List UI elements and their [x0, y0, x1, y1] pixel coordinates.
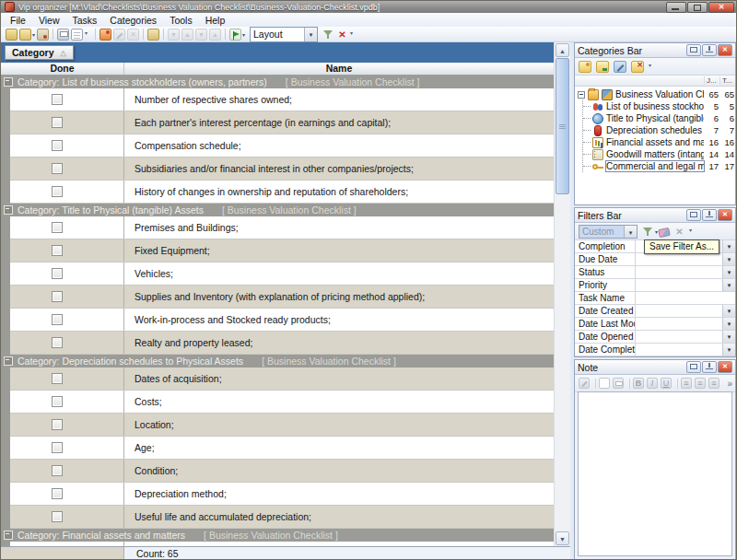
filter-dropdown-button[interactable]	[722, 253, 735, 265]
task-checkbox[interactable]	[52, 465, 63, 476]
scroll-down-button[interactable]	[556, 531, 569, 545]
task-checkbox[interactable]	[52, 396, 63, 407]
collapse-group-icon[interactable]	[4, 205, 13, 215]
task-checkbox[interactable]	[52, 291, 63, 302]
filter-preset-dropdown-icon[interactable]	[624, 226, 637, 238]
expand-groups-button[interactable]	[194, 29, 208, 41]
task-checkbox[interactable]	[52, 186, 63, 197]
category-tree-item[interactable]: Financial assets and matters1616	[575, 136, 735, 148]
menu-tasks[interactable]: Tasks	[66, 15, 104, 26]
category-tree-item[interactable]: Commercial and legal matters1717	[575, 160, 735, 172]
categories-restore-button[interactable]	[686, 44, 701, 56]
menu-help[interactable]: Help	[199, 15, 232, 26]
filter-value-field[interactable]	[636, 318, 722, 330]
note-pin-icon[interactable]	[702, 361, 717, 373]
note-print-icon[interactable]	[613, 378, 624, 389]
underline-icon[interactable]	[661, 378, 672, 389]
filters-pin-icon[interactable]	[702, 209, 717, 221]
filters-restore-button[interactable]	[686, 209, 701, 221]
save-filter-button[interactable]	[322, 29, 335, 41]
filter-dropdown-button[interactable]	[722, 331, 735, 343]
note-new-icon[interactable]	[599, 378, 610, 389]
close-button[interactable]	[708, 2, 734, 13]
task-checkbox[interactable]	[52, 419, 63, 430]
edit-category-button[interactable]	[614, 61, 626, 73]
move-task-down-button[interactable]	[167, 29, 181, 41]
filter-value-field[interactable]	[636, 279, 722, 291]
task-checkbox[interactable]	[52, 488, 63, 499]
filter-dropdown-button[interactable]	[722, 266, 735, 278]
task-checkbox[interactable]	[52, 140, 63, 151]
delete-category-button[interactable]	[631, 61, 644, 73]
open-database-button[interactable]: ▾	[18, 29, 36, 41]
new-database-button[interactable]	[5, 29, 18, 41]
maximize-button[interactable]	[687, 2, 708, 13]
move-task-up-button[interactable]	[181, 29, 194, 41]
task-row[interactable]: Useful life and accumulated depreciation…	[10, 506, 554, 529]
note-toolbar-overflow-icon[interactable]: »	[727, 379, 732, 389]
filters-overflow-icon[interactable]	[689, 226, 696, 238]
column-header-done[interactable]: Done	[1, 63, 124, 75]
note-text-area[interactable]	[578, 391, 732, 556]
task-row[interactable]: Premises and Buildings;	[10, 216, 554, 239]
add-subcategory-button[interactable]	[596, 61, 609, 73]
task-row[interactable]: Subsidiaries and/or financial interest i…	[10, 158, 554, 181]
filter-dropdown-button[interactable]	[722, 344, 735, 356]
filter-value-field[interactable]	[636, 331, 722, 343]
bold-icon[interactable]	[633, 378, 644, 389]
layout-combo-dropdown-icon[interactable]	[304, 28, 317, 41]
task-row[interactable]: Compensation schedule;	[10, 134, 554, 158]
collapse-group-icon[interactable]	[4, 356, 13, 366]
task-row[interactable]: History of changes in ownership and repu…	[10, 181, 554, 204]
task-row[interactable]: Work-in-process and Stocked ready produc…	[10, 309, 554, 332]
bullet-list-icon[interactable]	[708, 378, 719, 389]
toolbar-overflow-layout-button[interactable]	[349, 29, 357, 41]
task-checkbox[interactable]	[52, 94, 63, 105]
complete-task-button[interactable]	[146, 29, 160, 41]
add-category-button[interactable]	[579, 61, 591, 73]
delete-task-button[interactable]	[126, 29, 140, 41]
filter-dropdown-button[interactable]	[722, 305, 735, 317]
task-row[interactable]: Dates of acquisition;	[10, 368, 554, 391]
task-row[interactable]: Age;	[10, 437, 554, 460]
task-checkbox[interactable]	[52, 314, 63, 325]
group-by-category-button[interactable]: Category	[5, 45, 74, 60]
task-row[interactable]: Realty and property leased;	[10, 332, 554, 355]
print-button[interactable]	[56, 29, 70, 41]
task-checkbox[interactable]	[52, 163, 63, 174]
menu-view[interactable]: View	[32, 15, 66, 26]
save-filter-as-button[interactable]: ▾	[641, 226, 659, 238]
menu-categories[interactable]: Categories	[103, 15, 163, 26]
go-layout-button[interactable]: ▾	[228, 29, 246, 41]
task-checkbox[interactable]	[52, 511, 63, 522]
new-task-button[interactable]	[99, 29, 112, 41]
task-checkbox[interactable]	[52, 268, 63, 279]
task-row[interactable]: Depreciation method;	[10, 483, 554, 506]
category-group-header[interactable]: Category: Title to Physical (tangible) A…	[1, 204, 554, 216]
toolbar-overflow-file-button[interactable]	[84, 29, 92, 41]
task-checkbox[interactable]	[52, 337, 63, 348]
categories-close-button[interactable]	[718, 44, 732, 56]
task-checkbox[interactable]	[52, 245, 63, 256]
category-tree-item[interactable]: List of business stockholders (owners, p…	[575, 100, 735, 112]
category-group-header[interactable]: Category: Financial assets and matters[ …	[1, 529, 554, 542]
task-row[interactable]: Supplies and Inventory (with explanation…	[10, 286, 554, 309]
filter-dropdown-button[interactable]	[722, 279, 735, 291]
filter-value-field[interactable]	[636, 292, 735, 304]
filter-value-field[interactable]	[636, 344, 722, 356]
menu-file[interactable]: File	[4, 15, 32, 26]
note-edit-icon[interactable]	[579, 378, 590, 389]
task-row[interactable]: Number of respective shares owned;	[10, 88, 554, 111]
categories-overflow-icon[interactable]	[649, 61, 655, 73]
filter-value-field[interactable]	[636, 253, 722, 265]
task-row[interactable]: Fixed Equipment;	[10, 239, 554, 262]
task-checkbox[interactable]	[52, 442, 63, 453]
clear-filter-button[interactable]	[335, 29, 349, 41]
align-left-icon[interactable]	[681, 378, 692, 389]
task-checkbox[interactable]	[52, 373, 63, 384]
category-group-header[interactable]: Category: Depreciation schedules to Phys…	[1, 355, 554, 368]
collapse-group-icon[interactable]	[4, 531, 13, 540]
filter-dropdown-button[interactable]	[722, 318, 735, 330]
minimize-button[interactable]	[666, 2, 686, 13]
filters-close-button[interactable]	[718, 209, 732, 221]
